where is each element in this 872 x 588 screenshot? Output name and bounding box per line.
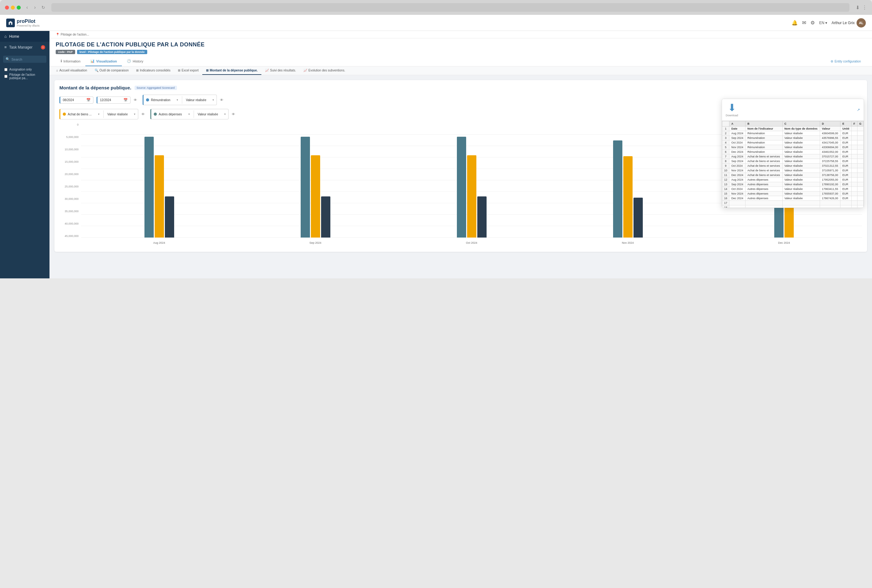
x-label-aug: Aug 2024: [153, 241, 165, 244]
filter-autres[interactable]: Autres dépenses ▾ Valeur réalisée ▾: [150, 109, 228, 119]
header-unite: Unité: [840, 126, 852, 131]
tab-history[interactable]: 🕐 History: [122, 57, 148, 66]
back-button[interactable]: ‹: [24, 4, 30, 11]
visualization-icon: 📊: [90, 59, 95, 63]
cell-unite: EUR: [840, 182, 852, 187]
tab-visualization[interactable]: 📊 Visualization: [86, 57, 122, 66]
avatar[interactable]: AL: [857, 18, 866, 27]
sub-nav-indicateurs[interactable]: ⊞ Indicateurs consolidés: [132, 66, 174, 75]
url-bar[interactable]: [51, 3, 849, 12]
download-icon[interactable]: ⬇: [855, 4, 860, 10]
table-row: 15 Nov 2024 Autres dépenses Valeur réali…: [722, 192, 864, 196]
assignation-label: Assignation only: [9, 68, 32, 71]
refresh-button[interactable]: ↻: [42, 5, 45, 10]
eye-icon-3[interactable]: 👁: [141, 112, 145, 116]
achat-value-select[interactable]: Valeur réalisée: [107, 112, 132, 116]
settings-icon[interactable]: ⚙: [810, 20, 815, 26]
forward-button[interactable]: ›: [32, 4, 38, 11]
browser-actions: ⬇ ⋮: [855, 4, 867, 10]
svg-rect-1: [10, 23, 11, 25]
excel-icon: ⊞: [178, 69, 180, 72]
eye-icon-4[interactable]: 👁: [232, 112, 235, 116]
sidebar-search-container: 🔍: [3, 56, 47, 63]
cell-date: Oct 2024: [729, 187, 746, 192]
bar-group-oct: Oct 2024: [393, 123, 550, 237]
cell-type: Valeur réalisée: [782, 168, 820, 173]
search-input[interactable]: [12, 57, 44, 61]
remuneration-select[interactable]: Rémunération: [151, 98, 175, 102]
y-label: 5,000,000: [59, 135, 78, 139]
bar-group-sep: Sep 2024: [237, 123, 393, 237]
cell-indicateur: Autres dépenses: [746, 177, 782, 182]
eye-icon-2[interactable]: 👁: [220, 98, 223, 102]
mail-icon[interactable]: ✉: [802, 20, 806, 26]
date-to-filter[interactable]: 📅: [96, 96, 131, 104]
history-icon: 🕐: [127, 59, 131, 63]
cell-unite: EUR: [840, 154, 852, 159]
sidebar-item-task-manager[interactable]: ≡ Task Manager 1: [0, 42, 50, 52]
cell-unite: EUR: [840, 192, 852, 196]
sub-nav-accueil[interactable]: ⌂ Accueil visualisation: [53, 66, 91, 75]
app-container: proPilot Powered by dfacts 🔔 ✉ ⚙ EN ▾ Ar…: [0, 15, 872, 278]
excel-table-container[interactable]: A B C D E F G 1 Date: [722, 121, 864, 207]
cell-valeur: 17963411,55: [820, 187, 840, 192]
download-icon-large: ⬇: [726, 103, 738, 112]
expand-overlay-icon[interactable]: ↗: [857, 108, 860, 112]
sub-nav-depense[interactable]: ⊞ Montant de la dépense publique.: [202, 66, 261, 75]
achat-select[interactable]: Achat de biens ...: [68, 112, 96, 116]
cell-type: Valeur réalisée: [782, 131, 820, 136]
assignation-checkbox[interactable]: Assignation only: [5, 68, 45, 71]
sub-nav-excel[interactable]: ⊞ Excel export: [174, 66, 202, 75]
pilotage-checkbox[interactable]: Pilotage de l'action publique pa...: [5, 73, 45, 80]
date-from-input[interactable]: [63, 98, 84, 102]
col-e: E: [840, 121, 852, 126]
cell-unite: EUR: [840, 168, 852, 173]
autres-select[interactable]: Autres dépenses: [159, 112, 186, 116]
cell-unite: EUR: [840, 150, 852, 154]
date-to-input[interactable]: [100, 98, 122, 102]
cell-date: Dec 2024: [729, 150, 746, 154]
cell-unite: EUR: [840, 131, 852, 136]
sub-nav-comparaison[interactable]: 🔍 Outil de comparaison: [91, 66, 133, 75]
cell-empty-g: [857, 177, 863, 182]
bell-icon[interactable]: 🔔: [792, 20, 798, 26]
filter-remuneration[interactable]: Rémunération ▾ Valeur réalisée ▾: [143, 94, 217, 105]
language-selector[interactable]: EN ▾: [819, 21, 827, 25]
row-num: 15: [722, 192, 729, 196]
bar-oct-blue: [457, 137, 466, 237]
logo-sub: Powered by dfacts: [17, 24, 40, 27]
entity-config-button[interactable]: ⚙ Entity configuration: [825, 57, 866, 66]
tab-information[interactable]: ℹ Information: [56, 57, 86, 66]
cell-indicateur: Rémunération: [746, 145, 782, 150]
task-badge: 1: [41, 45, 45, 50]
sidebar-item-home[interactable]: ⌂ Home: [0, 31, 50, 42]
fullscreen-dot[interactable]: [17, 6, 21, 10]
separator-2: [103, 110, 104, 118]
x-label-dec: Dec 2024: [778, 241, 790, 244]
remuneration-value-select[interactable]: Valeur réalisée: [186, 98, 211, 102]
close-dot[interactable]: [5, 6, 9, 10]
cell-valeur: 43576996,55: [820, 136, 840, 140]
badge-level: level : Pilotage de l'action publique pa…: [77, 50, 147, 54]
table-row: 12 Aug 2024 Autres dépenses Valeur réali…: [722, 177, 864, 182]
row-num: 8: [722, 159, 729, 164]
sub-nav-suivi[interactable]: 📈 Suivi des résultats.: [261, 66, 300, 75]
col-f: F: [852, 121, 857, 126]
menu-icon[interactable]: ⋮: [862, 4, 867, 10]
date-from-filter[interactable]: 📅: [59, 96, 93, 104]
cell-empty-g: [857, 136, 863, 140]
cell-empty-f: [852, 173, 857, 177]
cell-unite: EUR: [840, 177, 852, 182]
eye-icon-1[interactable]: 👁: [134, 98, 137, 102]
filter-achat[interactable]: Achat de biens ... ▾ Valeur réalisée ▾: [59, 109, 138, 119]
cell-date: Sep 2024: [729, 182, 746, 187]
chart-title: Montant de la dépense publique.: [59, 85, 132, 90]
indicateurs-icon: ⊞: [136, 69, 138, 72]
sub-nav-subventions[interactable]: 📈 Evolution des subventions.: [300, 66, 349, 75]
search-icon: 🔍: [6, 57, 10, 61]
cell-valeur: 43417045,00: [820, 140, 840, 145]
chevron-autres-value-icon: ▾: [224, 112, 226, 116]
minimize-dot[interactable]: [11, 6, 15, 10]
autres-value-select[interactable]: Valeur réalisée: [198, 112, 222, 116]
y-axis: 45,000,000 40,000,000 35,000,000 30,000,…: [59, 123, 81, 237]
